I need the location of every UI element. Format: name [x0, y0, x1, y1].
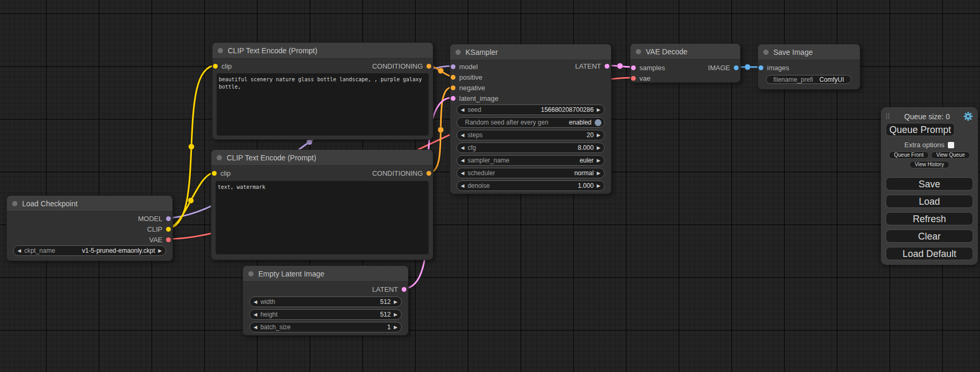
- model-output-port[interactable]: [166, 216, 171, 221]
- ckpt-name-widget[interactable]: ckpt_name v1-5-pruned-emaonly.ckpt: [13, 245, 166, 256]
- sampler-name-widget[interactable]: sampler_name euler: [457, 155, 605, 166]
- drag-handle-icon[interactable]: [886, 113, 890, 120]
- decrement-arrow-icon[interactable]: [461, 171, 464, 176]
- extra-options-checkbox[interactable]: [948, 142, 954, 148]
- increment-arrow-icon[interactable]: [394, 312, 397, 317]
- decrement-arrow-icon[interactable]: [461, 158, 464, 163]
- node-title: Load Checkpoint: [22, 199, 77, 208]
- node-title-bar[interactable]: CLIP Text Encode (Prompt): [212, 43, 433, 59]
- conditioning-output-port[interactable]: [426, 171, 431, 176]
- node-clip-text-encode-negative[interactable]: CLIP Text Encode (Prompt) clip CONDITION…: [211, 149, 433, 260]
- view-queue-button[interactable]: View Queue: [931, 151, 970, 159]
- batch-size-widget[interactable]: batch_size 1: [249, 322, 402, 332]
- refresh-button[interactable]: Refresh: [886, 212, 973, 225]
- node-vae-decode[interactable]: VAE Decode samples IMAGE vae: [630, 43, 741, 83]
- collapse-dot-icon[interactable]: [455, 50, 461, 55]
- increment-arrow-icon[interactable]: [597, 146, 600, 150]
- collapse-dot-icon[interactable]: [217, 155, 222, 160]
- seed-widget[interactable]: seed 156680208700286: [457, 104, 605, 115]
- latent-output-port[interactable]: [605, 64, 609, 69]
- collapse-dot-icon[interactable]: [218, 48, 223, 53]
- input-label-images: images: [767, 64, 789, 72]
- toggle-icon[interactable]: [595, 119, 601, 126]
- increment-arrow-icon[interactable]: [597, 133, 600, 138]
- node-title: VAE Decode: [646, 47, 687, 56]
- filename-prefix-widget[interactable]: filename_prefix ComfyUI: [766, 75, 851, 84]
- increment-arrow-icon[interactable]: [597, 184, 600, 188]
- queue-front-button[interactable]: Queue Front: [889, 151, 929, 159]
- widget-value: 20: [587, 131, 594, 139]
- load-default-button[interactable]: Load Default: [886, 247, 973, 260]
- positive-prompt-text[interactable]: beautiful scenery nature glass bottle la…: [217, 73, 429, 136]
- vae-output-port[interactable]: [166, 237, 171, 242]
- cfg-widget[interactable]: cfg 8.000: [457, 142, 605, 153]
- positive-input-port[interactable]: [451, 75, 455, 80]
- negative-prompt-text[interactable]: text, watermark: [216, 181, 429, 254]
- node-title-bar[interactable]: Empty Latent Image: [243, 266, 408, 282]
- width-widget[interactable]: width 512: [249, 297, 402, 307]
- latent-output-port[interactable]: [402, 287, 406, 292]
- clip-output-port[interactable]: [166, 227, 171, 232]
- collapse-dot-icon[interactable]: [763, 50, 769, 55]
- node-title: Empty Latent Image: [258, 270, 324, 278]
- node-load-checkpoint[interactable]: Load Checkpoint MODEL CLIP VAE ckpt_name…: [6, 195, 173, 261]
- clip-input-port[interactable]: [212, 171, 217, 176]
- increment-arrow-icon[interactable]: [394, 325, 397, 330]
- widget-label: denoise: [468, 182, 490, 189]
- conditioning-output-port[interactable]: [426, 64, 431, 69]
- save-button[interactable]: Save: [886, 177, 973, 190]
- steps-widget[interactable]: steps 20: [457, 130, 605, 140]
- queue-menu-panel: Queue size: 0 Queue Prompt Extra options…: [881, 107, 978, 265]
- output-label-vae: VAE: [149, 236, 162, 244]
- widget-label: height: [260, 311, 278, 318]
- queue-prompt-button[interactable]: Queue Prompt: [886, 123, 955, 136]
- collapse-dot-icon[interactable]: [12, 201, 17, 206]
- node-title-bar[interactable]: KSampler: [450, 44, 611, 60]
- random-seed-widget[interactable]: Random seed after every gen enabled: [457, 117, 605, 128]
- decrement-arrow-icon[interactable]: [254, 312, 257, 317]
- scheduler-widget[interactable]: scheduler normal: [457, 168, 605, 178]
- increment-arrow-icon[interactable]: [158, 249, 162, 253]
- decrement-arrow-icon[interactable]: [254, 300, 257, 304]
- increment-arrow-icon[interactable]: [597, 171, 600, 176]
- output-label-conditioning: CONDITIONING: [372, 169, 423, 177]
- view-history-button[interactable]: View History: [909, 161, 949, 168]
- image-output-port[interactable]: [734, 65, 739, 70]
- input-label-latent-image: latent_image: [459, 94, 498, 102]
- decrement-arrow-icon[interactable]: [461, 108, 464, 112]
- decrement-arrow-icon[interactable]: [461, 146, 464, 150]
- denoise-widget[interactable]: denoise 1.000: [457, 180, 605, 191]
- decrement-arrow-icon[interactable]: [461, 184, 464, 188]
- vae-input-port[interactable]: [631, 76, 636, 81]
- decrement-arrow-icon[interactable]: [254, 325, 257, 330]
- node-title-bar[interactable]: VAE Decode: [630, 44, 740, 60]
- increment-arrow-icon[interactable]: [394, 300, 397, 304]
- node-clip-text-encode-positive[interactable]: CLIP Text Encode (Prompt) clip CONDITION…: [212, 42, 433, 140]
- node-title-bar[interactable]: CLIP Text Encode (Prompt): [211, 150, 433, 166]
- decrement-arrow-icon[interactable]: [17, 249, 21, 253]
- node-title-bar[interactable]: Save Image: [758, 44, 860, 60]
- node-save-image[interactable]: Save Image images filename_prefix ComfyU…: [758, 44, 860, 90]
- collapse-dot-icon[interactable]: [248, 271, 254, 276]
- widget-value: ComfyUI: [819, 76, 844, 83]
- collapse-dot-icon[interactable]: [636, 49, 641, 54]
- latent-image-input-port[interactable]: [451, 96, 455, 101]
- negative-input-port[interactable]: [451, 85, 455, 90]
- graph-canvas[interactable]: Load Checkpoint MODEL CLIP VAE ckpt_name…: [0, 0, 980, 372]
- decrement-arrow-icon[interactable]: [461, 133, 464, 138]
- clear-button[interactable]: Clear: [886, 230, 973, 243]
- settings-gear-icon[interactable]: [964, 112, 973, 121]
- samples-input-port[interactable]: [631, 65, 636, 70]
- height-widget[interactable]: height 512: [249, 309, 402, 320]
- widget-value: 156680208700286: [541, 106, 594, 113]
- images-input-port[interactable]: [759, 65, 763, 70]
- widget-label: scheduler: [468, 169, 495, 177]
- node-empty-latent-image[interactable]: Empty Latent Image LATENT width 512 heig…: [242, 265, 409, 336]
- node-title-bar[interactable]: Load Checkpoint: [7, 196, 172, 212]
- node-ksampler[interactable]: KSampler model LATENT positive negative …: [450, 44, 612, 194]
- increment-arrow-icon[interactable]: [597, 158, 600, 163]
- clip-input-port[interactable]: [213, 64, 218, 69]
- increment-arrow-icon[interactable]: [597, 108, 600, 112]
- load-button[interactable]: Load: [886, 195, 973, 208]
- model-input-port[interactable]: [451, 64, 455, 69]
